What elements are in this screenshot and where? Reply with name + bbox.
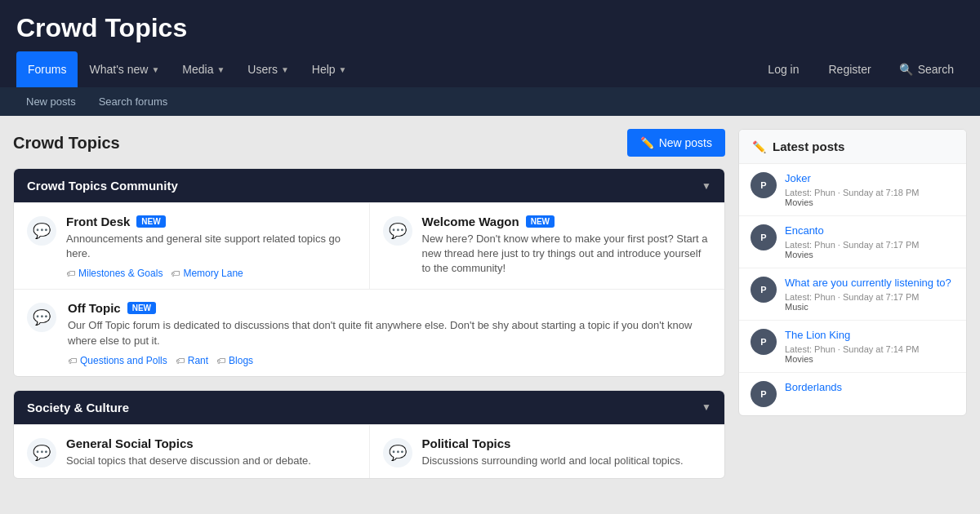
brand-title: Crowd Topics: [0, 0, 980, 51]
forum-icon-front-desk: 💬: [27, 216, 56, 246]
new-badge-welcome-wagon: NEW: [526, 215, 555, 228]
chevron-down-icon: ▼: [281, 65, 289, 74]
section-society-culture: Society & Culture ▼ 💬 General Social Top…: [13, 390, 725, 479]
avatar-joker: P: [751, 172, 777, 198]
tag-icon: 🏷: [68, 356, 77, 366]
search-icon: 🔍: [899, 63, 913, 76]
avatar-lion-king: P: [751, 329, 777, 355]
nav-users[interactable]: Users ▼: [236, 51, 300, 87]
pencil-icon: ✏️: [752, 140, 766, 153]
new-posts-button[interactable]: ✏️ New posts: [627, 129, 725, 157]
forum-tags-front-desk: 🏷 Milestones & Goals 🏷 Memory Lane: [66, 268, 356, 279]
forum-desc-front-desk: Announcements and general site support r…: [66, 232, 356, 261]
new-badge-front-desk: NEW: [136, 215, 165, 228]
latest-category-listening: Music: [785, 302, 955, 312]
latest-item-listening: P What are you currently listening to? L…: [739, 268, 966, 321]
chevron-down-icon: ▼: [339, 65, 347, 74]
new-badge-off-topic: NEW: [127, 302, 156, 314]
forum-body-political: Political Topics Discussions surrounding…: [422, 436, 712, 468]
forum-body-welcome-wagon: Welcome Wagon NEW New here? Don't know w…: [422, 215, 712, 277]
latest-category-lion-king: Movies: [785, 354, 955, 364]
section-crowd-topics-community: Crowd Topics Community ▼ 💬 Front Desk NE…: [13, 168, 725, 377]
latest-info-listening: What are you currently listening to? Lat…: [785, 277, 955, 312]
latest-info-joker: Joker Latest: Phun · Sunday at 7:18 PM M…: [785, 172, 955, 207]
sub-nav-new-posts[interactable]: New posts: [16, 87, 86, 116]
main-nav: Forums What's new ▼ Media ▼ Users ▼ Help…: [0, 51, 980, 87]
tag-milestones-goals[interactable]: 🏷 Milestones & Goals: [66, 268, 163, 279]
tag-icon: 🏷: [176, 356, 185, 366]
avatar-listening: P: [751, 277, 777, 303]
forum-body-off-topic: Off Topic NEW Our Off Topic forum is ded…: [68, 301, 711, 366]
avatar-borderlands: P: [751, 381, 777, 407]
register-link[interactable]: Register: [817, 51, 883, 87]
forum-desc-general-social: Social topics that deserve discussion an…: [66, 454, 356, 468]
nav-forums[interactable]: Forums: [16, 51, 78, 87]
nav-whats-new[interactable]: What's new ▼: [78, 51, 171, 87]
forum-tags-off-topic: 🏷 Questions and Polls 🏷 Rant 🏷 Blogs: [68, 355, 711, 366]
latest-meta-joker: Latest: Phun · Sunday at 7:18 PM: [785, 188, 955, 197]
section-header-community: Crowd Topics Community ▼: [14, 169, 724, 202]
tag-blogs[interactable]: 🏷 Blogs: [216, 355, 253, 366]
forum-body-front-desk: Front Desk NEW Announcements and general…: [66, 215, 356, 279]
tag-questions-polls[interactable]: 🏷 Questions and Polls: [68, 355, 167, 366]
forum-icon-off-topic: 💬: [27, 303, 56, 332]
latest-title-borderlands[interactable]: Borderlands: [785, 381, 955, 395]
latest-title-listening[interactable]: What are you currently listening to?: [785, 277, 955, 290]
nav-help[interactable]: Help ▼: [301, 51, 359, 87]
latest-meta-encanto: Latest: Phun · Sunday at 7:17 PM: [785, 240, 955, 250]
sub-nav: New posts Search forums: [0, 87, 980, 116]
forum-name-political: Political Topics: [422, 436, 712, 450]
chevron-down-icon: ▼: [151, 65, 159, 74]
latest-item-joker: P Joker Latest: Phun · Sunday at 7:18 PM…: [739, 164, 966, 216]
tag-memory-lane[interactable]: 🏷 Memory Lane: [171, 268, 243, 279]
latest-title-encanto[interactable]: Encanto: [785, 224, 955, 238]
chevron-down-icon: ▼: [702, 180, 711, 192]
forum-off-topic: 💬 Off Topic NEW Our Off Topic forum is d…: [14, 289, 724, 375]
nav-right: Log in Register 🔍 Search: [756, 51, 964, 87]
forum-name-welcome-wagon: Welcome Wagon NEW: [422, 215, 712, 228]
sub-nav-search-forums[interactable]: Search forums: [89, 87, 178, 116]
latest-title-joker[interactable]: Joker: [785, 172, 955, 186]
latest-meta-lion-king: Latest: Phun · Sunday at 7:14 PM: [785, 344, 955, 354]
latest-item-encanto: P Encanto Latest: Phun · Sunday at 7:17 …: [739, 216, 966, 268]
forum-name-off-topic: Off Topic NEW: [68, 301, 711, 315]
right-column: ✏️ Latest posts P Joker Latest: Phun · S…: [738, 129, 967, 492]
latest-info-lion-king: The Lion King Latest: Phun · Sunday at 7…: [785, 329, 955, 364]
forum-body-general-social: General Social Topics Social topics that…: [66, 436, 356, 468]
forum-icon-welcome-wagon: 💬: [383, 216, 412, 246]
latest-meta-listening: Latest: Phun · Sunday at 7:17 PM: [785, 292, 955, 302]
page-title-row: Crowd Topics ✏️ New posts: [13, 129, 725, 157]
forum-desc-off-topic: Our Off Topic forum is dedicated to disc…: [68, 318, 711, 348]
section-title-society: Society & Culture: [27, 401, 129, 414]
nav-media[interactable]: Media ▼: [171, 51, 236, 87]
forum-front-desk: 💬 Front Desk NEW Announcements and gener…: [14, 203, 370, 289]
latest-category-encanto: Movies: [785, 250, 955, 259]
forum-general-social: 💬 General Social Topics Social topics th…: [14, 425, 370, 478]
search-button[interactable]: 🔍 Search: [889, 56, 964, 82]
latest-category-joker: Movies: [785, 197, 955, 207]
avatar-encanto: P: [751, 224, 777, 250]
forum-desc-political: Discussions surrounding world and local …: [422, 454, 712, 468]
latest-posts-card: ✏️ Latest posts P Joker Latest: Phun · S…: [738, 129, 967, 416]
tag-rant[interactable]: 🏷 Rant: [176, 355, 208, 366]
chevron-down-icon: ▼: [216, 65, 225, 74]
left-column: Crowd Topics ✏️ New posts Crowd Topics C…: [13, 129, 725, 492]
pencil-icon: ✏️: [640, 136, 654, 149]
login-link[interactable]: Log in: [756, 51, 810, 87]
forum-desc-welcome-wagon: New here? Don't know where to make your …: [422, 232, 712, 277]
forum-name-general-social: General Social Topics: [66, 436, 356, 450]
forum-icon-general-social: 💬: [27, 438, 56, 467]
chevron-down-icon: ▼: [702, 401, 711, 413]
section-title-community: Crowd Topics Community: [27, 179, 178, 193]
section-header-society: Society & Culture ▼: [14, 391, 724, 424]
forum-political: 💬 Political Topics Discussions surroundi…: [370, 425, 725, 478]
general-political-row: 💬 General Social Topics Social topics th…: [14, 424, 724, 478]
latest-item-borderlands: P Borderlands: [739, 373, 966, 415]
forum-welcome-wagon: 💬 Welcome Wagon NEW New here? Don't know…: [370, 203, 725, 289]
latest-title-lion-king[interactable]: The Lion King: [785, 329, 955, 343]
forum-name-front-desk: Front Desk NEW: [66, 215, 356, 228]
front-desk-welcome-wagon-row: 💬 Front Desk NEW Announcements and gener…: [14, 202, 724, 289]
latest-posts-header: ✏️ Latest posts: [739, 130, 966, 164]
latest-info-encanto: Encanto Latest: Phun · Sunday at 7:17 PM…: [785, 224, 955, 259]
sidebar-title: Latest posts: [773, 140, 844, 153]
